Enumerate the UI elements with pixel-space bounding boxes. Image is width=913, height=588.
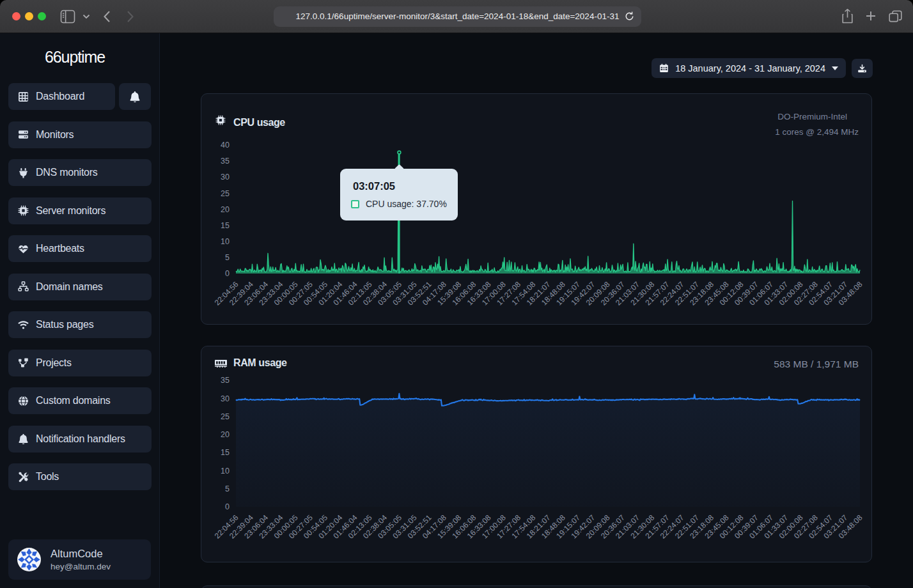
svg-text:30: 30 (221, 173, 230, 182)
svg-text:0: 0 (225, 269, 230, 278)
svg-text:15: 15 (221, 448, 230, 457)
svg-text:25: 25 (221, 189, 230, 198)
svg-text:35: 35 (221, 376, 230, 385)
svg-text:10: 10 (221, 237, 230, 246)
svg-text:35: 35 (221, 157, 230, 166)
svg-text:20: 20 (221, 430, 230, 439)
svg-text:5: 5 (225, 253, 230, 262)
svg-text:15: 15 (221, 221, 230, 230)
svg-text:40: 40 (221, 141, 230, 150)
svg-text:0: 0 (225, 502, 230, 511)
svg-text:25: 25 (221, 412, 230, 421)
svg-text:5: 5 (225, 484, 230, 493)
svg-text:20: 20 (221, 205, 230, 214)
svg-text:10: 10 (221, 467, 230, 476)
svg-text:30: 30 (221, 394, 230, 403)
